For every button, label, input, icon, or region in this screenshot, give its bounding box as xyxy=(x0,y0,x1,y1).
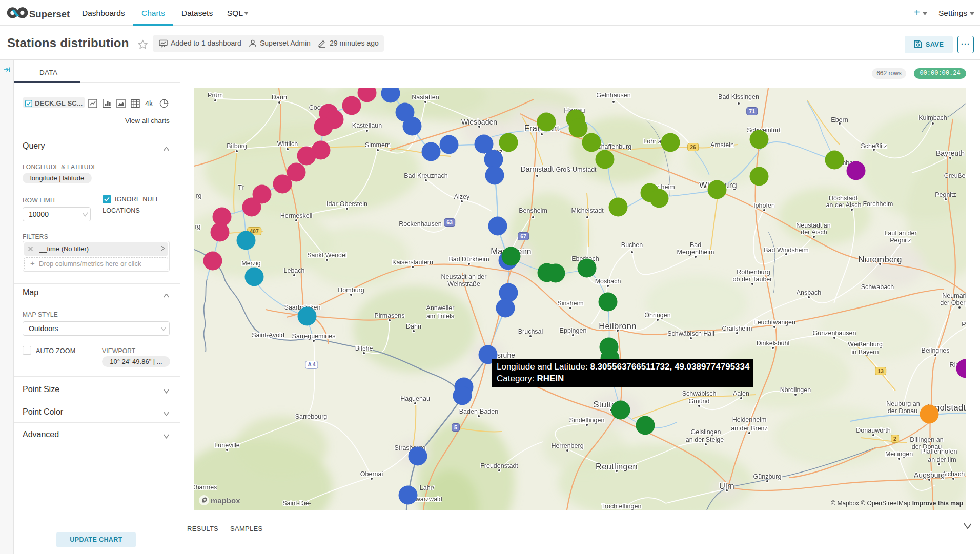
svg-text:mapbox: mapbox xyxy=(211,496,240,505)
